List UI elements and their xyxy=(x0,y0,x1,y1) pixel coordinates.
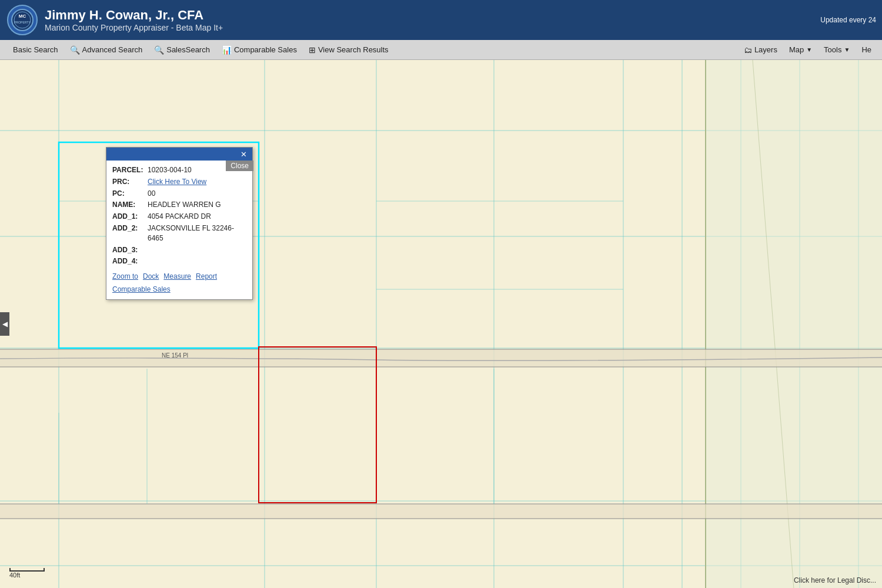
layers-icon: 🗂 xyxy=(744,45,752,55)
prc-row: PRC: Click Here To View xyxy=(112,177,246,187)
nav-view-search-results[interactable]: ⊞ View Search Results xyxy=(303,40,395,59)
nav-basic-search[interactable]: Basic Search xyxy=(5,40,64,59)
add2-row: ADD_2: JACKSONVILLE FL 32246-6465 xyxy=(112,223,246,243)
header-titles: Jimmy H. Cowan, Jr., CFA Marion County P… xyxy=(45,8,875,32)
svg-point-0 xyxy=(12,9,33,31)
add2-value: JACKSONVILLE FL 32246-6465 xyxy=(148,223,246,243)
chart-icon: 📊 xyxy=(222,45,232,55)
pc-row: PC: 00 xyxy=(112,189,246,199)
add2-label: ADD_2: xyxy=(112,223,148,243)
add3-label: ADD_3: xyxy=(112,245,148,255)
zoom-to-link[interactable]: Zoom to xyxy=(112,272,138,280)
comparable-sales-link[interactable]: Comparable Sales xyxy=(112,285,171,293)
map-container[interactable]: NE 154 Pl ◀ ✕ Close PARCEL: 10203-004-10… xyxy=(0,60,882,588)
parcel-value: 10203-004-10 xyxy=(148,165,192,175)
nav-advanced-search[interactable]: 🔍 Advanced Search xyxy=(64,40,149,59)
search-icon-advanced: 🔍 xyxy=(70,45,80,55)
search-icon-sales: 🔍 xyxy=(154,45,164,55)
popup-close-button[interactable]: Close xyxy=(226,161,253,171)
navigation-bar: Basic Search 🔍 Advanced Search 🔍 SalesSe… xyxy=(0,40,882,60)
svg-text:PROPERTY: PROPERTY xyxy=(14,21,31,24)
app-title: Jimmy H. Cowan, Jr., CFA xyxy=(45,8,875,23)
name-label: NAME: xyxy=(112,200,148,210)
report-link[interactable]: Report xyxy=(196,272,217,280)
nav-sales-search[interactable]: 🔍 SalesSearch xyxy=(148,40,216,59)
chevron-left-icon: ◀ xyxy=(2,320,8,328)
sidebar-toggle[interactable]: ◀ xyxy=(0,312,9,336)
popup-header: ✕ xyxy=(106,148,252,161)
add4-row: ADD_4: xyxy=(112,256,246,266)
nav-help[interactable]: He xyxy=(856,45,877,54)
map-background: NE 154 Pl xyxy=(0,60,882,588)
svg-text:MC: MC xyxy=(19,14,26,19)
tools-dropdown-arrow: ▼ xyxy=(844,46,850,53)
parcel-label: PARCEL: xyxy=(112,165,148,175)
prc-label: PRC: xyxy=(112,177,148,187)
popup-actions: Zoom to Dock Measure Report Comparable S… xyxy=(112,272,246,293)
nav-layers[interactable]: 🗂 Layers xyxy=(738,45,783,55)
scale-label: 40ft xyxy=(9,572,45,579)
dock-link[interactable]: Dock xyxy=(143,272,159,280)
pc-label: PC: xyxy=(112,189,148,199)
parcel-popup: ✕ Close PARCEL: 10203-004-10 PRC: Click … xyxy=(106,147,253,300)
name-row: NAME: HEADLEY WARREN G xyxy=(112,200,246,210)
map-dropdown-arrow: ▼ xyxy=(806,46,812,53)
app-subtitle: Marion County Property Appraiser - Beta … xyxy=(45,23,875,32)
popup-close-x-button[interactable]: ✕ xyxy=(238,149,250,160)
legal-notice[interactable]: Click here for Legal Disc... xyxy=(794,576,876,584)
add1-row: ADD_1: 4054 PACKARD DR xyxy=(112,212,246,222)
name-value: HEADLEY WARREN G xyxy=(148,200,221,210)
navbar-right: 🗂 Layers Map ▼ Tools ▼ He xyxy=(738,45,877,55)
add1-value: 4054 PACKARD DR xyxy=(148,212,211,222)
prc-link[interactable]: Click Here To View xyxy=(148,177,206,187)
agency-seal: MC PROPERTY xyxy=(7,5,38,35)
svg-rect-25 xyxy=(0,504,882,519)
nav-tools[interactable]: Tools ▼ xyxy=(818,45,856,54)
grid-icon: ⊞ xyxy=(309,45,316,55)
add1-label: ADD_1: xyxy=(112,212,148,222)
nav-map[interactable]: Map ▼ xyxy=(783,45,818,54)
popup-body: PARCEL: 10203-004-10 PRC: Click Here To … xyxy=(106,161,252,299)
measure-link[interactable]: Measure xyxy=(163,272,191,280)
svg-text:NE 154 Pl: NE 154 Pl xyxy=(162,352,188,359)
nav-comparable-sales[interactable]: 📊 Comparable Sales xyxy=(216,40,303,59)
pc-value: 00 xyxy=(148,189,155,199)
add3-row: ADD_3: xyxy=(112,245,246,255)
scale-bar: 40ft xyxy=(9,568,45,579)
update-text: Updated every 24 xyxy=(820,0,876,40)
app-header: MC PROPERTY Jimmy H. Cowan, Jr., CFA Mar… xyxy=(0,0,882,40)
add4-label: ADD_4: xyxy=(112,256,148,266)
